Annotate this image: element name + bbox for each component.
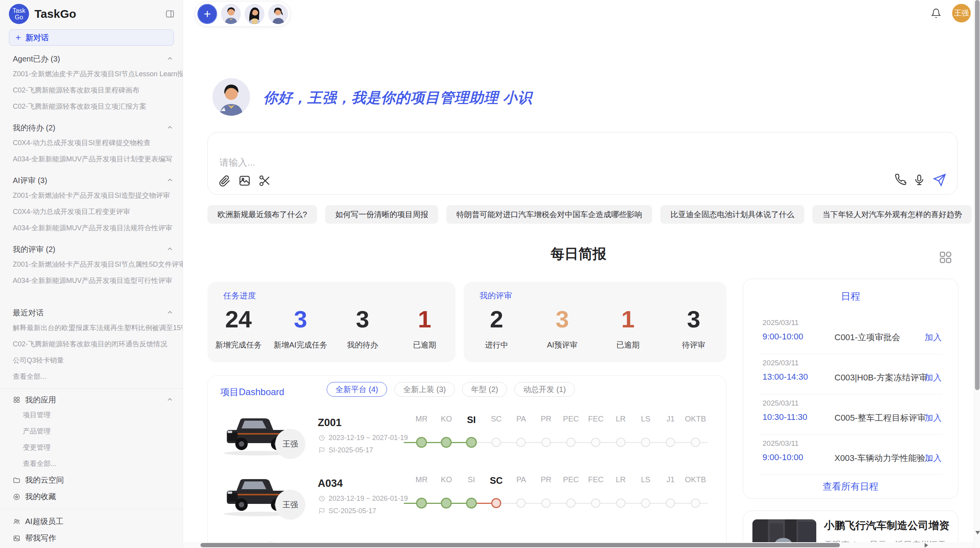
join-link[interactable]: 加入 <box>925 412 942 424</box>
milestone-dot[interactable] <box>641 438 650 447</box>
milestone-dot[interactable] <box>492 438 501 447</box>
milestone-dot[interactable] <box>616 498 625 508</box>
milestone-dot[interactable] <box>591 498 600 508</box>
list-item[interactable]: 解释最新出台的欧盟报废车法规再生塑料比例被调至15%... <box>0 320 183 336</box>
notification-bell-icon[interactable] <box>931 8 941 19</box>
milestone-dot[interactable] <box>516 498 526 508</box>
chat-input-placeholder[interactable]: 请输入... <box>219 156 255 169</box>
list-item[interactable]: Z001-全新燃油轻卡产品开发项目SI节点属性5D文件评审 <box>0 256 183 272</box>
attachment-icon[interactable] <box>218 174 231 187</box>
list-item[interactable]: C0X4-动力总成开发项目工程变更评审 <box>0 204 183 220</box>
milestone-dot-done[interactable] <box>441 437 452 448</box>
list-item[interactable]: A034-全新新能源MUV产品开发项目法规符合性评审 <box>0 220 183 236</box>
microphone-icon[interactable] <box>913 174 925 186</box>
horizontal-scrollbar[interactable] <box>183 542 974 548</box>
milestone-dot[interactable] <box>691 498 700 508</box>
avatar[interactable] <box>268 4 288 24</box>
sidebar-item-help-write[interactable]: 帮我写作 <box>0 530 183 546</box>
milestone-dot[interactable] <box>541 438 551 447</box>
milestone-dot[interactable] <box>616 438 625 447</box>
section-my-review[interactable]: 我的评审 (2) <box>0 242 174 256</box>
list-item[interactable]: Z001-全新燃油皮卡产品开发项目SI节点Lesson Learn报告 <box>0 66 183 82</box>
milestone-dot[interactable] <box>591 438 600 447</box>
sidebar-item-project-mgmt[interactable]: 项目管理 <box>0 407 183 423</box>
avatar[interactable] <box>245 4 264 24</box>
join-link[interactable]: 加入 <box>925 372 942 384</box>
filter-chip[interactable]: 全新平台 (4) <box>327 382 387 397</box>
list-item[interactable]: C02-飞腾新能源轻客改款项目的闭环通告反馈情况 <box>0 336 183 352</box>
milestone-dot-done[interactable] <box>441 498 452 509</box>
section-my-apps[interactable]: 我的应用 <box>0 393 174 407</box>
suggestion-chip[interactable]: 欧洲新规最近颁布了什么? <box>207 205 317 224</box>
send-icon[interactable] <box>932 173 946 187</box>
list-item[interactable]: C0X4-动力总成开发项目SI里程碑提交物检查 <box>0 135 183 151</box>
sidebar-item-ai-employee[interactable]: AI超级员工 <box>0 513 183 530</box>
join-link[interactable]: 加入 <box>925 332 942 343</box>
chevron-up-icon[interactable] <box>166 396 174 404</box>
section-ai-review[interactable]: AI评审 (3) <box>0 173 174 187</box>
horizontal-scrollbar-thumb[interactable] <box>200 543 840 547</box>
chevron-up-icon[interactable] <box>166 309 174 317</box>
section-my-todo[interactable]: 我的待办 (2) <box>0 121 174 135</box>
join-link[interactable]: 加入 <box>925 452 942 464</box>
milestone-dot[interactable] <box>566 498 576 508</box>
list-item[interactable]: A034-全新新能源MUV产品开发项目计划变更表编写 <box>0 151 183 167</box>
milestone-dot-done[interactable] <box>416 437 427 448</box>
event-date: 2025/03/11 <box>762 359 799 367</box>
milestone-dot-done[interactable] <box>466 498 477 509</box>
milestone-dot[interactable] <box>666 438 675 447</box>
milestone-dot[interactable] <box>641 498 650 508</box>
list-item[interactable]: Z001-全新燃油轻卡产品开发项目SI造型提交物评审 <box>0 187 183 204</box>
list-item[interactable]: C02-飞腾新能源轻客改款项目里程碑画布 <box>0 82 183 98</box>
section-agent-done[interactable]: Agent已办 (3) <box>0 52 174 66</box>
view-all-apps[interactable]: 查看全部... <box>0 456 183 472</box>
milestone-dot[interactable] <box>541 498 551 508</box>
chat-input-card[interactable]: 请输入... <box>207 132 958 195</box>
new-chat-button[interactable]: + 新对话 <box>9 29 174 46</box>
list-item[interactable]: A034-全新新能源MUV产品开发项目造型可行性评审 <box>0 272 183 289</box>
list-item[interactable]: C02-飞腾新能源轻客改款项目立项汇报方案 <box>0 98 183 115</box>
stat: 2 进行中 <box>464 304 529 350</box>
project-row[interactable]: 王强 Z001 2023-12-19 ~ 2027-01-19 SI-2025-… <box>208 410 726 472</box>
milestone-dot-done[interactable] <box>416 498 427 509</box>
project-row[interactable]: 王强 A034 2023-12-19 ~ 2026-01-19 SC-2025-… <box>208 471 726 533</box>
sidebar-item-favorites[interactable]: 我的收藏 <box>0 488 183 505</box>
suggestion-chip[interactable]: 如何写一份清晰的项目周报 <box>325 205 438 224</box>
milestone-dot[interactable] <box>516 438 526 447</box>
sidebar-item-cloud-space[interactable]: 我的云空间 <box>0 472 183 488</box>
sidebar-item-creative-draw[interactable]: 创意制图 <box>0 546 183 548</box>
voice-call-icon[interactable] <box>894 174 907 186</box>
add-member-button[interactable]: + <box>197 4 217 24</box>
suggestion-chip[interactable]: 当下年轻人对汽车外观有怎样的喜好趋势 <box>812 205 972 224</box>
filter-chip[interactable]: 全新上装 (3) <box>394 382 455 397</box>
image-upload-icon[interactable] <box>238 174 251 187</box>
scroll-down-arrow[interactable] <box>975 531 980 534</box>
filter-chip[interactable]: 年型 (2) <box>462 382 507 397</box>
suggestion-chip[interactable]: 比亚迪全固态电池计划具体说了什么 <box>660 205 804 224</box>
chevron-up-icon[interactable] <box>166 124 174 132</box>
milestone-dot[interactable] <box>566 438 576 447</box>
sidebar-item-change-mgmt[interactable]: 变更管理 <box>0 439 183 456</box>
sidebar-item-product-mgmt[interactable]: 产品管理 <box>0 423 183 439</box>
list-item[interactable]: 公司Q3轻卡销量 <box>0 352 183 368</box>
milestone-dot[interactable] <box>691 438 700 447</box>
section-recent-chats[interactable]: 最近对话 <box>0 306 174 320</box>
view-all-chats[interactable]: 查看全部... <box>0 368 183 385</box>
chevron-up-icon[interactable] <box>166 245 174 253</box>
milestone-dot-done[interactable] <box>466 437 477 448</box>
suggestion-chip[interactable]: 特朗普可能对进口汽车增税会对中国车企造成哪些影响 <box>446 205 652 224</box>
milestone-dot[interactable] <box>666 498 675 508</box>
milestone-dot-overdue[interactable] <box>491 498 501 508</box>
avatar[interactable] <box>221 4 241 24</box>
view-all-schedule[interactable]: 查看所有日程 <box>743 480 958 493</box>
filter-chip[interactable]: 动总开发 (1) <box>514 382 575 397</box>
vertical-scrollbar[interactable] <box>974 0 980 548</box>
scissors-icon[interactable] <box>258 174 271 187</box>
chevron-up-icon[interactable] <box>166 55 174 63</box>
vertical-scrollbar-thumb[interactable] <box>975 0 980 390</box>
briefing-layout-icon[interactable] <box>938 250 953 265</box>
chevron-up-icon[interactable] <box>166 176 174 184</box>
scroll-right-arrow[interactable] <box>925 543 928 548</box>
collapse-sidebar-icon[interactable] <box>165 9 175 19</box>
user-avatar[interactable]: 王强 <box>952 4 971 22</box>
